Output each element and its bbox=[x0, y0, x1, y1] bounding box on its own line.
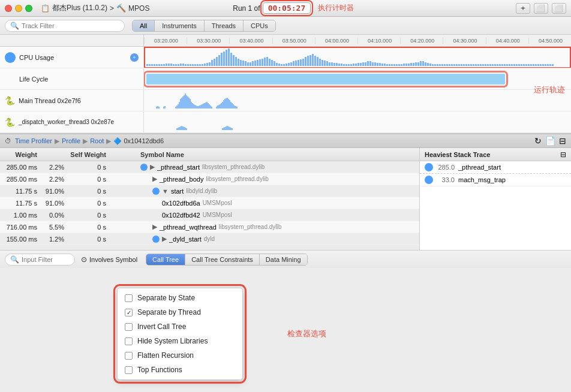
profiler-breadcrumb-bar: ⏱ Time Profiler ▶ Profile ▶ Root ▶ 🔷 0x1… bbox=[0, 134, 571, 148]
main-thread-label: 🐍 Main Thread 0x2e7f6 bbox=[0, 90, 144, 111]
row7-triangle[interactable]: ▶ bbox=[162, 235, 167, 243]
table-header: Weight Self Weight Symbol Name bbox=[0, 148, 419, 161]
row3-self: 0 s bbox=[69, 188, 111, 195]
tab-threads[interactable]: Threads bbox=[205, 20, 244, 31]
col-symbol-header: Symbol Name bbox=[138, 148, 419, 161]
row2-pct: 2.2% bbox=[42, 176, 69, 183]
checkbox-separate-state[interactable] bbox=[125, 294, 133, 302]
table-row: 285.00 ms 2.2% 0 s ▶ _pthread_start libs… bbox=[0, 161, 419, 173]
row1-self: 0 s bbox=[69, 164, 111, 171]
label-separate-state: Separate by State bbox=[137, 294, 195, 302]
input-filter-search[interactable]: 🔍 bbox=[5, 254, 75, 266]
search-icon: 🔍 bbox=[10, 22, 19, 30]
lifecycle-label: Life Cycle bbox=[0, 68, 144, 89]
row1-icon bbox=[140, 164, 148, 171]
export-button[interactable]: 📄 bbox=[545, 136, 555, 146]
tab-all[interactable]: All bbox=[133, 20, 155, 31]
row2-triangle[interactable]: ▶ bbox=[152, 175, 157, 183]
cpu-expand-button[interactable]: + bbox=[130, 53, 139, 62]
timeline-label-col bbox=[0, 35, 144, 46]
row4-self: 0 s bbox=[69, 200, 111, 207]
track-filter-search[interactable]: 🔍 bbox=[5, 20, 125, 32]
involves-symbol-icon: ⊙ bbox=[81, 255, 87, 264]
footer-tab-data-mining[interactable]: Data Mining bbox=[260, 254, 307, 265]
row3-lib: libdyld.dylib bbox=[186, 188, 217, 194]
row7-symbol: ▶ _dyld_start dyld bbox=[138, 235, 419, 243]
footer-tab-constraints[interactable]: Call Tree Constraints bbox=[185, 254, 260, 265]
col-pct-header bbox=[42, 148, 69, 161]
window-controls[interactable] bbox=[5, 5, 32, 12]
table-row: 11.75 s 91.0% 0 s 0x102dfbd6a UMSMposI bbox=[0, 197, 419, 209]
track-filter-input[interactable] bbox=[22, 22, 112, 29]
row5-symbol: 0x102dfbd42 UMSMposI bbox=[138, 212, 419, 219]
layout-btn2[interactable]: ⬜ bbox=[552, 3, 566, 14]
menu-item-separate-state[interactable]: Separate by State bbox=[118, 291, 242, 305]
label-separate-thread: Separate by Thread bbox=[137, 308, 201, 316]
row2-weight: 285.00 ms bbox=[0, 176, 42, 183]
row7-name: _dyld_start bbox=[169, 236, 202, 243]
tick-8: 04:40.000 bbox=[486, 38, 528, 44]
lifecycle-row: Life Cycle bbox=[0, 68, 571, 90]
row4-lib: UMSMposI bbox=[203, 200, 232, 206]
cpu-usage-icon bbox=[5, 52, 16, 63]
menu-item-top-functions[interactable]: Top Functions bbox=[118, 363, 242, 377]
row7-self: 0 s bbox=[69, 236, 111, 243]
bc-sep-1: ▶ bbox=[55, 137, 59, 145]
collapse-button[interactable]: ⊟ bbox=[559, 136, 566, 146]
heaviest-options[interactable]: ⊟ bbox=[560, 150, 566, 159]
footer-tab-call-tree[interactable]: Call Tree bbox=[146, 254, 185, 265]
row6-triangle[interactable]: ▶ bbox=[152, 223, 157, 231]
label-hide-system: Hide System Libraries bbox=[137, 337, 208, 345]
row6-self: 0 s bbox=[69, 224, 111, 231]
row4-pct: 91.0% bbox=[42, 200, 69, 207]
refresh-button[interactable]: ↻ bbox=[534, 136, 542, 146]
row3-triangle[interactable]: ▼ bbox=[162, 188, 169, 195]
maximize-button[interactable] bbox=[25, 5, 32, 12]
row3-name: start bbox=[171, 188, 184, 195]
involves-symbol-selector[interactable]: ⊙ Involves Symbol bbox=[81, 255, 137, 264]
row6-weight: 716.00 ms bbox=[0, 224, 42, 231]
row2-self: 0 s bbox=[69, 176, 111, 183]
view-tab-group: All Instruments Threads CPUs bbox=[132, 20, 276, 32]
checkbox-invert-tree[interactable] bbox=[125, 323, 133, 331]
row1-weight: 285.00 ms bbox=[0, 164, 42, 171]
row6-symbol: ▶ _pthread_wqthread libsystem_pthread.dy… bbox=[138, 223, 419, 231]
run-label: Run 1 of bbox=[233, 4, 260, 13]
row1-symbol: ▶ _pthread_start libsystem_pthread.dylib bbox=[138, 163, 419, 171]
breadcrumb-profile[interactable]: Profile bbox=[62, 137, 80, 144]
menu-item-hide-system[interactable]: Hide System Libraries bbox=[118, 334, 242, 348]
dispatch-thread-icon: 🐍 bbox=[5, 117, 15, 127]
main-thread-bars bbox=[146, 93, 569, 108]
breadcrumb-time-profiler[interactable]: Time Profiler bbox=[15, 137, 52, 144]
tick-7: 04:30.000 bbox=[443, 38, 485, 44]
heaviest-row1-icon bbox=[425, 163, 433, 171]
minimize-button[interactable] bbox=[15, 5, 22, 12]
menu-item-invert-tree[interactable]: Invert Call Tree bbox=[118, 319, 242, 334]
menu-item-separate-thread[interactable]: ✓ Separate by Thread bbox=[118, 305, 242, 319]
tab-cpus[interactable]: CPUs bbox=[244, 20, 275, 31]
row7-lib: dyld bbox=[204, 236, 215, 242]
row1-triangle[interactable]: ▶ bbox=[150, 163, 155, 171]
row3-symbol: ▼ start libdyld.dylib bbox=[138, 188, 419, 195]
breadcrumb-root[interactable]: Root bbox=[90, 137, 104, 144]
cpu-usage-text: CPU Usage bbox=[19, 54, 54, 61]
checkbox-top-functions[interactable] bbox=[125, 366, 133, 374]
row7-icon bbox=[152, 236, 160, 243]
menu-item-flatten[interactable]: Flatten Recursion bbox=[118, 348, 242, 363]
add-button[interactable]: + bbox=[516, 3, 530, 14]
checkbox-hide-system[interactable] bbox=[125, 337, 133, 345]
col-weight-header: Weight bbox=[0, 148, 42, 161]
tab-instruments[interactable]: Instruments bbox=[155, 20, 204, 31]
main-thread-chart bbox=[144, 90, 571, 111]
row3-weight: 11.75 s bbox=[0, 188, 42, 195]
input-filter-field[interactable] bbox=[22, 256, 70, 263]
checkbox-separate-thread[interactable]: ✓ bbox=[125, 309, 133, 316]
row3-pct: 91.0% bbox=[42, 188, 69, 195]
tick-3: 03:50.000 bbox=[272, 38, 315, 44]
row2-name: _pthread_body bbox=[160, 176, 203, 183]
bc-sep-3: ▶ bbox=[106, 137, 111, 145]
checkbox-flatten[interactable] bbox=[125, 352, 133, 360]
layout-btn1[interactable]: ⬜ bbox=[534, 3, 548, 14]
close-button[interactable] bbox=[5, 5, 12, 12]
label-flatten: Flatten Recursion bbox=[137, 351, 194, 360]
